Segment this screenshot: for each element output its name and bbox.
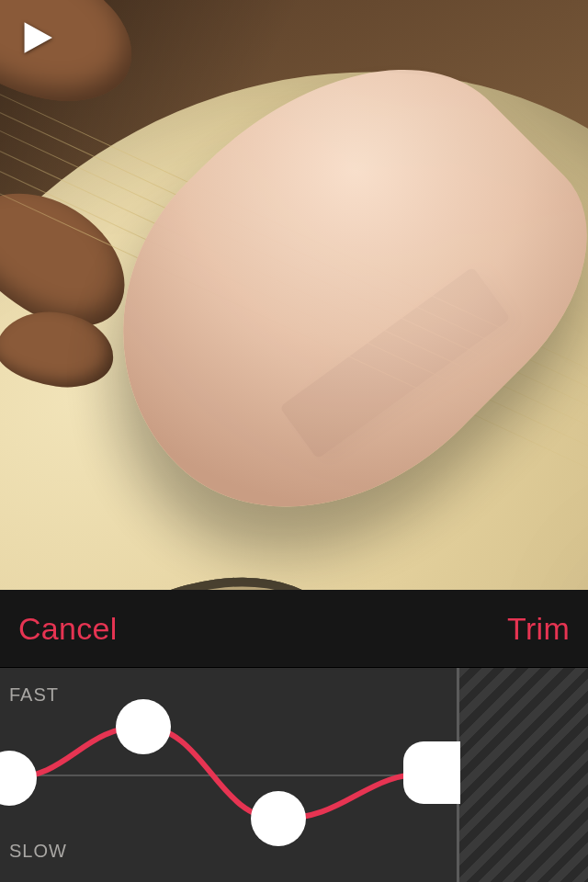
action-bar: Cancel Trim: [0, 590, 588, 668]
svg-marker-0: [25, 22, 52, 52]
disabled-region: [458, 668, 588, 882]
cancel-button[interactable]: Cancel: [18, 611, 118, 647]
trim-button[interactable]: Trim: [507, 611, 570, 647]
video-preview[interactable]: [0, 0, 588, 590]
speed-editor[interactable]: FAST SLOW: [0, 668, 588, 882]
speed-handle[interactable]: [251, 791, 306, 846]
play-button[interactable]: [20, 20, 55, 55]
play-icon: [20, 20, 55, 55]
clip-end-handle[interactable]: [403, 741, 460, 804]
speed-handle[interactable]: [116, 699, 171, 754]
